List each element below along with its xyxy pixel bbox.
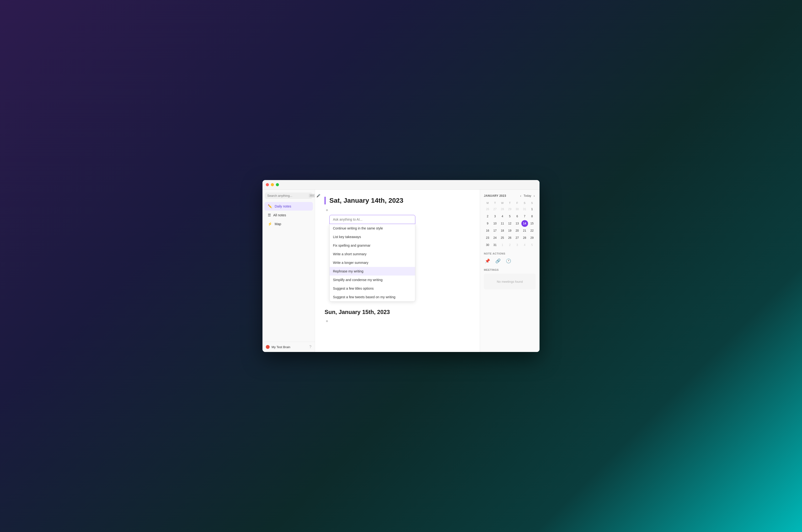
search-bar[interactable]: ⌘K 🎤 xyxy=(265,192,312,199)
cal-cell[interactable]: 31 xyxy=(492,242,498,248)
cal-cell[interactable]: 26 xyxy=(484,206,491,212)
sidebar-item-map[interactable]: ⚡ Map xyxy=(264,220,313,228)
cal-header-w: W xyxy=(499,201,506,205)
calendar-nav: ‹ Today › xyxy=(519,193,536,198)
cal-header-t2: T xyxy=(506,201,514,205)
cal-cell[interactable]: 21 xyxy=(521,227,528,234)
ai-menu-item-takeaways[interactable]: List key takeaways xyxy=(330,232,415,241)
cal-cell[interactable]: 8 xyxy=(529,213,535,220)
cal-cell[interactable]: 27 xyxy=(492,206,498,212)
cal-cell[interactable]: 4 xyxy=(499,213,506,220)
cal-cell[interactable]: 31 xyxy=(521,206,528,212)
cal-cell[interactable]: 5 xyxy=(529,242,535,248)
cal-cell[interactable]: 12 xyxy=(507,220,513,227)
app-body: ⌘K 🎤 ✏️ Daily notes ☰ All notes ⚡ Map xyxy=(263,190,539,352)
cal-cell[interactable]: 29 xyxy=(529,234,535,241)
cal-day-headers: M T W T F S S xyxy=(484,201,536,205)
cal-prev-button[interactable]: ‹ xyxy=(519,193,522,198)
cal-cell[interactable]: 22 xyxy=(529,227,535,234)
cal-cell[interactable]: 30 xyxy=(514,206,521,212)
cal-cell[interactable]: 2 xyxy=(507,242,513,248)
ai-menu-item-simplify[interactable]: Simplify and condense my writing xyxy=(330,276,415,284)
cal-cell[interactable]: 5 xyxy=(507,213,513,220)
sidebar-footer: My Test Brain ? xyxy=(263,342,315,352)
cal-cell[interactable]: 29 xyxy=(507,206,513,212)
close-button[interactable] xyxy=(266,183,269,186)
ai-menu-item-rephrase[interactable]: Rephrase my writing xyxy=(330,267,415,276)
cal-cell[interactable]: 17 xyxy=(492,227,498,234)
ai-menu-item-continue[interactable]: Continue writing in the same style xyxy=(330,224,415,232)
ai-menu-item-short-summary[interactable]: Write a short summary xyxy=(330,250,415,258)
right-panel: JANUARY 2023 ‹ Today › M T W T F S S xyxy=(480,190,539,352)
titlebar xyxy=(263,180,539,190)
sidebar-item-label: Map xyxy=(275,222,281,226)
cal-cell[interactable]: 11 xyxy=(499,220,506,227)
cal-cell[interactable]: 13 xyxy=(514,220,521,227)
cal-cell[interactable]: 10 xyxy=(492,220,498,227)
brain-info[interactable]: My Test Brain xyxy=(266,345,290,349)
all-notes-icon: ☰ xyxy=(268,213,271,217)
cal-cell[interactable]: 28 xyxy=(521,234,528,241)
note-actions-title: NOTE ACTIONS xyxy=(484,252,536,255)
cal-week-5: 23242526272829 xyxy=(484,234,536,241)
cal-cell[interactable]: 18 xyxy=(499,227,506,234)
share-action-button[interactable]: 🔗 xyxy=(494,258,501,265)
calendar-grid: M T W T F S S 26272829303112345678910111… xyxy=(484,201,536,248)
pin-action-button[interactable]: 📌 xyxy=(484,258,491,265)
cal-cell[interactable]: 19 xyxy=(507,227,513,234)
cal-cell[interactable]: 1 xyxy=(499,242,506,248)
cal-cell[interactable]: 6 xyxy=(514,213,521,220)
cal-week-6: 303112345 xyxy=(484,242,536,248)
cal-cell[interactable]: 16 xyxy=(484,227,491,234)
sidebar-item-all-notes[interactable]: ☰ All notes xyxy=(264,211,313,220)
cal-cell[interactable]: 26 xyxy=(507,234,513,241)
ai-menu: Continue writing in the same style List … xyxy=(329,224,415,302)
sidebar: ⌘K 🎤 ✏️ Daily notes ☰ All notes ⚡ Map xyxy=(263,190,315,352)
cal-header-s2: S xyxy=(528,201,536,205)
cal-cell[interactable]: 30 xyxy=(484,242,491,248)
meetings-title: MEETINGS xyxy=(484,268,536,271)
cal-cell[interactable]: 3 xyxy=(514,242,521,248)
ai-menu-item-spelling[interactable]: Fix spelling and grammar xyxy=(330,241,415,250)
cal-cell[interactable]: 4 xyxy=(521,242,528,248)
ai-menu-item-long-summary[interactable]: Write a longer summary xyxy=(330,258,415,267)
calendar-month: JANUARY 2023 xyxy=(484,194,506,197)
cal-week-3: 9101112131415 xyxy=(484,220,536,227)
help-icon[interactable]: ? xyxy=(309,345,311,349)
brain-name: My Test Brain xyxy=(271,345,290,349)
bullet-point-1 xyxy=(326,209,328,211)
ai-input[interactable] xyxy=(329,215,415,224)
cal-cell[interactable]: 2 xyxy=(484,213,491,220)
ai-dropdown-container: Continue writing in the same style List … xyxy=(329,215,415,302)
cal-cell[interactable]: 25 xyxy=(499,234,506,241)
cal-week-2: 2345678 xyxy=(484,213,536,220)
cal-cell[interactable]: 28 xyxy=(499,206,506,212)
cal-cell[interactable]: 27 xyxy=(514,234,521,241)
cal-cell[interactable]: 24 xyxy=(492,234,498,241)
date-heading-2: Sun, January 15th, 2023 xyxy=(325,309,470,316)
ai-menu-item-tweets[interactable]: Suggest a few tweets based on my writing xyxy=(330,293,415,301)
maximize-button[interactable] xyxy=(276,183,279,186)
sidebar-item-daily-notes[interactable]: ✏️ Daily notes xyxy=(264,202,313,211)
cal-cell[interactable]: 14 xyxy=(521,220,528,227)
note-actions-row: 📌 🔗 🕐 xyxy=(484,258,536,265)
cal-week-1: 2627282930311 xyxy=(484,206,536,212)
history-action-button[interactable]: 🕐 xyxy=(505,258,512,265)
today-button[interactable]: Today xyxy=(523,194,531,197)
cal-cell[interactable]: 9 xyxy=(484,220,491,227)
no-meetings-text: No meetings found xyxy=(497,280,523,283)
map-icon: ⚡ xyxy=(268,222,272,226)
cal-next-button[interactable]: › xyxy=(533,193,536,198)
sidebar-item-label: All notes xyxy=(273,213,286,217)
cal-cell[interactable]: 3 xyxy=(492,213,498,220)
cal-cell[interactable]: 20 xyxy=(514,227,521,234)
cal-cell[interactable]: 7 xyxy=(521,213,528,220)
cal-cell[interactable]: 15 xyxy=(529,220,535,227)
cal-cell[interactable]: 23 xyxy=(484,234,491,241)
minimize-button[interactable] xyxy=(271,183,274,186)
search-input[interactable] xyxy=(267,194,307,197)
ai-menu-item-titles[interactable]: Suggest a few titles options xyxy=(330,284,415,293)
cal-cell[interactable]: 1 xyxy=(529,206,535,212)
cal-weeks: 2627282930311234567891011121314151617181… xyxy=(484,206,536,248)
cal-header-t1: T xyxy=(491,201,499,205)
